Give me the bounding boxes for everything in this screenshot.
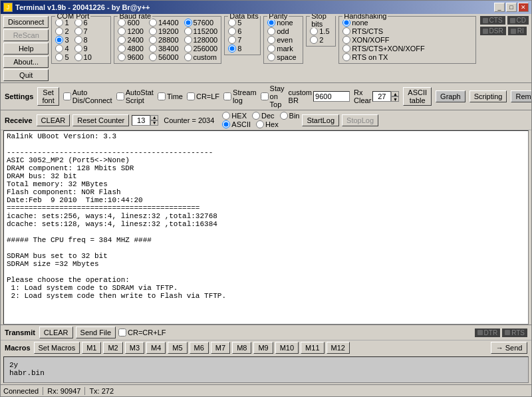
dbits-7[interactable] (228, 36, 236, 44)
baud-custom[interactable] (184, 53, 192, 61)
send-file-button[interactable]: Send File (76, 327, 116, 338)
auto-dis-connect-check[interactable] (63, 92, 71, 100)
com-radio-7[interactable] (74, 27, 82, 35)
receive-clear-button[interactable]: CLEAR (37, 114, 70, 126)
baud-128000[interactable] (184, 36, 192, 44)
set-macros-button[interactable]: Set Macros (34, 342, 80, 354)
macro-m3[interactable]: M3 (125, 342, 144, 354)
stream-log-label: Stream log (233, 88, 256, 104)
cts-cd-row: CTS CD (480, 16, 529, 25)
baud-2400[interactable] (118, 36, 126, 44)
baud-38400[interactable] (149, 45, 157, 53)
cr-cr-lf-check[interactable] (118, 329, 126, 336)
spinbox-up[interactable]: ▲ (391, 91, 399, 96)
spinbox-down[interactable]: ▼ (391, 96, 399, 102)
parity-mark[interactable] (267, 45, 275, 53)
hs-rts-cts-xon[interactable] (342, 45, 350, 53)
com-option-5: 5 (55, 53, 68, 61)
hs-rts-tx[interactable] (342, 53, 350, 61)
macro-m1[interactable]: M1 (82, 342, 101, 354)
rx-clear-input[interactable] (372, 91, 391, 102)
com-radio-2[interactable] (55, 27, 63, 35)
stay-on-top-check[interactable] (261, 92, 269, 100)
help-button[interactable]: Help (3, 43, 49, 55)
macro-m10[interactable]: M10 (275, 342, 299, 354)
scripting-button[interactable]: Scripting (469, 90, 507, 102)
maximize-button[interactable]: □ (506, 3, 517, 12)
baud-28800[interactable] (149, 36, 157, 44)
cr-lf-check[interactable] (187, 92, 195, 100)
com-radio-10[interactable] (74, 53, 82, 61)
quit-button[interactable]: Quit (3, 69, 49, 81)
baud-4800[interactable] (118, 45, 126, 53)
fmt-ascii[interactable] (222, 120, 230, 128)
macro-m8[interactable]: M8 (232, 342, 251, 354)
counter-spinbox-input[interactable] (132, 115, 150, 126)
counter-spinbox: ▲ ▼ (132, 115, 158, 126)
macro-m9[interactable]: M9 (253, 342, 273, 354)
custom-br-input[interactable] (313, 91, 350, 102)
baud-1200[interactable] (118, 27, 126, 35)
about-button[interactable]: About... (3, 56, 49, 68)
format-row2: ASCII Hex (222, 120, 299, 128)
macro-m4[interactable]: M4 (146, 342, 166, 354)
transmit-clear-button[interactable]: CLEAR (39, 327, 73, 338)
disconnect-button[interactable]: Disconnect (3, 16, 49, 28)
ascii-table-button[interactable]: ASCII table (403, 87, 432, 106)
dbits-6[interactable] (228, 27, 236, 35)
counter-down[interactable]: ▼ (150, 120, 158, 126)
fmt-dec[interactable] (252, 112, 260, 120)
reset-counter-button[interactable]: Reset Counter (72, 114, 129, 126)
hs-xon-xoff[interactable] (342, 36, 350, 44)
sbits-1.5[interactable] (310, 27, 318, 35)
baud-9600[interactable] (118, 53, 126, 61)
cr-cr-lf-label: CR=CR+LF (128, 329, 166, 336)
com-radio-8[interactable] (74, 36, 82, 44)
fmt-hex2[interactable] (256, 120, 264, 128)
baud-19200[interactable] (149, 27, 157, 35)
terminal-output[interactable]: Ralink UBoot Version: 3.3 --------------… (3, 130, 529, 325)
macro-m7[interactable]: M7 (211, 342, 230, 354)
com-option-9: 9 (74, 45, 92, 53)
macro-m5[interactable]: M5 (168, 342, 187, 354)
com-radio-3[interactable] (55, 36, 63, 44)
remote-button[interactable]: Remote (511, 90, 531, 102)
macro-m12[interactable]: M12 (327, 342, 350, 354)
input-textarea[interactable]: 2y habr.bin (8, 360, 529, 382)
start-log-button[interactable]: StartLog (302, 114, 339, 126)
parity-odd[interactable] (267, 27, 275, 35)
parity-space[interactable] (267, 53, 275, 61)
com-radio-9[interactable] (74, 45, 82, 53)
macro-m2[interactable]: M2 (103, 342, 122, 354)
graph-button[interactable]: Graph (436, 90, 466, 102)
data-bits-label: Data bits (228, 14, 259, 20)
baud-115200[interactable] (184, 27, 192, 35)
fmt-hex[interactable] (222, 112, 230, 120)
macro-m11[interactable]: M11 (301, 342, 324, 354)
rescan-button[interactable]: ReScan (3, 29, 49, 41)
fmt-bin[interactable] (280, 112, 288, 120)
baud-256000[interactable] (184, 45, 192, 53)
cd-indicator: CD (507, 16, 529, 25)
macro-m6[interactable]: M6 (190, 342, 209, 354)
sbits-2[interactable] (310, 36, 318, 44)
dbits-8[interactable] (228, 45, 236, 53)
counter-up[interactable]: ▲ (150, 115, 158, 120)
time-check[interactable] (158, 92, 166, 100)
send-button[interactable]: → Send (491, 342, 527, 354)
close-button[interactable]: ✕ (518, 3, 529, 12)
baud-57600[interactable] (184, 19, 192, 27)
stop-log-button[interactable]: StopLog (342, 114, 378, 126)
hs-rts-cts[interactable] (342, 27, 350, 35)
stay-on-top-row: Stay on Top (261, 84, 285, 108)
parity-even[interactable] (267, 36, 275, 44)
baud-56000[interactable] (149, 53, 157, 61)
minimize-button[interactable]: _ (494, 3, 505, 12)
com-radio-5[interactable] (55, 53, 63, 61)
autostat-check[interactable] (116, 92, 124, 100)
stream-log-check[interactable] (223, 92, 231, 100)
com-radio-4[interactable] (55, 45, 63, 53)
input-area[interactable]: 2y habr.bin (3, 356, 529, 383)
set-font-button[interactable]: Set font (37, 87, 59, 106)
com-option-7: 7 (74, 27, 92, 35)
